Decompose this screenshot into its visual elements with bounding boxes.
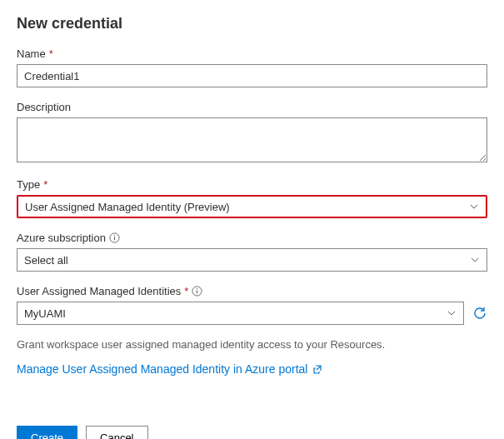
- description-label: Description: [17, 101, 487, 113]
- type-select-value: User Assigned Managed Identity (Preview): [25, 201, 230, 213]
- uami-label: User Assigned Managed Identities *: [17, 285, 487, 297]
- uami-select-value: MyUAMI: [24, 307, 66, 320]
- type-select[interactable]: User Assigned Managed Identity (Preview): [17, 195, 487, 218]
- create-button[interactable]: Create: [17, 426, 77, 439]
- cancel-button[interactable]: Cancel: [86, 426, 147, 439]
- subscription-select[interactable]: Select all: [17, 248, 487, 272]
- svg-rect-2: [114, 237, 115, 240]
- refresh-icon[interactable]: [472, 306, 487, 321]
- chevron-down-icon: [447, 308, 457, 318]
- subscription-select-value: Select all: [24, 254, 68, 267]
- required-indicator: *: [184, 285, 188, 297]
- type-field: Type * User Assigned Managed Identity (P…: [17, 178, 487, 218]
- subscription-label: Azure subscription: [17, 232, 487, 244]
- subscription-field: Azure subscription Select all: [17, 232, 487, 272]
- description-field: Description: [17, 101, 487, 165]
- info-icon[interactable]: [192, 286, 202, 297]
- footer: Create Cancel: [17, 426, 487, 439]
- page-title: New credential: [17, 15, 487, 32]
- chevron-down-icon: [470, 255, 480, 265]
- description-input[interactable]: [17, 117, 487, 162]
- helper-text: Grant workspace user assigned managed id…: [17, 338, 487, 351]
- type-label: Type *: [17, 178, 487, 191]
- external-link-icon: [312, 364, 322, 374]
- name-input[interactable]: [17, 64, 487, 87]
- info-icon[interactable]: [109, 232, 120, 243]
- name-label: Name *: [17, 47, 487, 60]
- uami-field: User Assigned Managed Identities * MyUAM…: [17, 285, 487, 325]
- svg-point-1: [114, 235, 115, 236]
- name-field: Name *: [17, 47, 487, 87]
- chevron-down-icon: [469, 202, 479, 212]
- svg-point-4: [197, 288, 197, 289]
- svg-rect-5: [197, 290, 197, 293]
- manage-uami-link[interactable]: Manage User Assigned Managed Identity in…: [17, 362, 322, 376]
- uami-select[interactable]: MyUAMI: [17, 302, 464, 325]
- required-indicator: *: [43, 178, 47, 191]
- required-indicator: *: [49, 47, 53, 60]
